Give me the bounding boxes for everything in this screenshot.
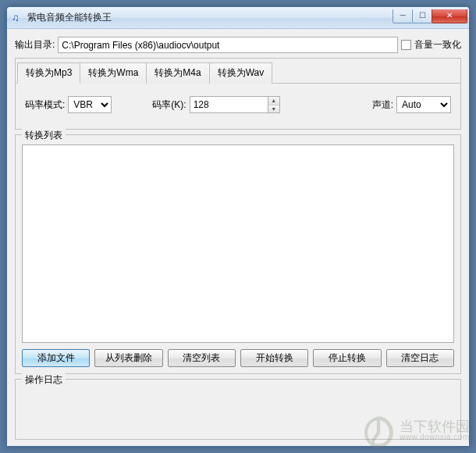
log-area [22, 389, 454, 431]
tab-mp3[interactable]: 转换为Mp3 [17, 62, 80, 84]
window-title: 紫电音频全能转换王 [27, 11, 393, 24]
app-icon: ♫ [12, 12, 24, 24]
clear-list-button[interactable]: 清空列表 [168, 349, 236, 367]
minimize-button[interactable]: ─ [393, 9, 413, 23]
tab-m4a[interactable]: 转换为M4a [146, 62, 209, 84]
log-group: 操作日志 [15, 379, 461, 440]
normalize-label: 音量一致化 [414, 38, 461, 52]
stop-convert-button[interactable]: 停止转换 [313, 349, 381, 367]
close-icon: ✕ [446, 9, 453, 22]
remove-from-list-button[interactable]: 从列表删除 [94, 349, 162, 367]
convert-list-group: 转换列表 添加文件 从列表删除 清空列表 开始转换 停止转换 清空日志 [15, 134, 461, 374]
bitrate-mode-label: 码率模式: [25, 98, 65, 112]
app-window: ♫ 紫电音频全能转换王 ─ ☐ ✕ 输出目录: 音量一致化 转换为Mp3 转换为… [6, 6, 470, 447]
tab-wma[interactable]: 转换为Wma [80, 62, 147, 84]
convert-list-title: 转换列表 [22, 129, 66, 142]
list-area [22, 144, 454, 343]
channel-label: 声道: [372, 98, 393, 112]
output-dir-input[interactable] [58, 37, 398, 53]
bitrate-mode-group: 码率模式: VBR [25, 96, 112, 113]
spin-down-icon[interactable]: ▼ [268, 105, 279, 113]
tab-body-mp3: 码率模式: VBR 码率(K): ▲ ▼ [16, 84, 460, 129]
bitrate-k-label: 码率(K): [152, 98, 186, 112]
bitrate-k-input[interactable] [190, 96, 268, 113]
window-controls: ─ ☐ ✕ [393, 10, 467, 26]
minimize-icon: ─ [400, 9, 405, 22]
tab-wav[interactable]: 转换为Wav [209, 62, 273, 84]
client-area: 输出目录: 音量一致化 转换为Mp3 转换为Wma 转换为M4a 转换为Wav … [7, 29, 469, 446]
log-title: 操作日志 [22, 373, 66, 387]
tabstrip: 转换为Mp3 转换为Wma 转换为M4a 转换为Wav [16, 60, 460, 84]
channel-select[interactable]: Auto [396, 96, 451, 113]
bitrate-k-spinner: ▲ ▼ [190, 96, 280, 113]
maximize-icon: ☐ [419, 9, 426, 22]
bitrate-mode-select[interactable]: VBR [68, 96, 112, 113]
spin-up-icon[interactable]: ▲ [268, 97, 279, 105]
clear-log-button[interactable]: 清空日志 [386, 349, 454, 367]
add-file-button[interactable]: 添加文件 [22, 349, 90, 367]
channel-group: 声道: Auto [372, 96, 451, 113]
spin-buttons: ▲ ▼ [268, 96, 280, 113]
close-button[interactable]: ✕ [432, 9, 467, 23]
maximize-button[interactable]: ☐ [412, 9, 432, 23]
format-tabs: 转换为Mp3 转换为Wma 转换为M4a 转换为Wav 码率模式: VBR 码率… [15, 58, 461, 130]
output-label: 输出目录: [15, 38, 55, 52]
normalize-checkbox[interactable] [401, 40, 411, 50]
start-convert-button[interactable]: 开始转换 [240, 349, 308, 367]
file-listbox[interactable] [22, 144, 454, 343]
output-row: 输出目录: 音量一致化 [15, 37, 461, 53]
titlebar[interactable]: ♫ 紫电音频全能转换王 ─ ☐ ✕ [7, 7, 469, 29]
button-row: 添加文件 从列表删除 清空列表 开始转换 停止转换 清空日志 [16, 349, 460, 373]
bitrate-k-group: 码率(K): ▲ ▼ [152, 96, 279, 113]
